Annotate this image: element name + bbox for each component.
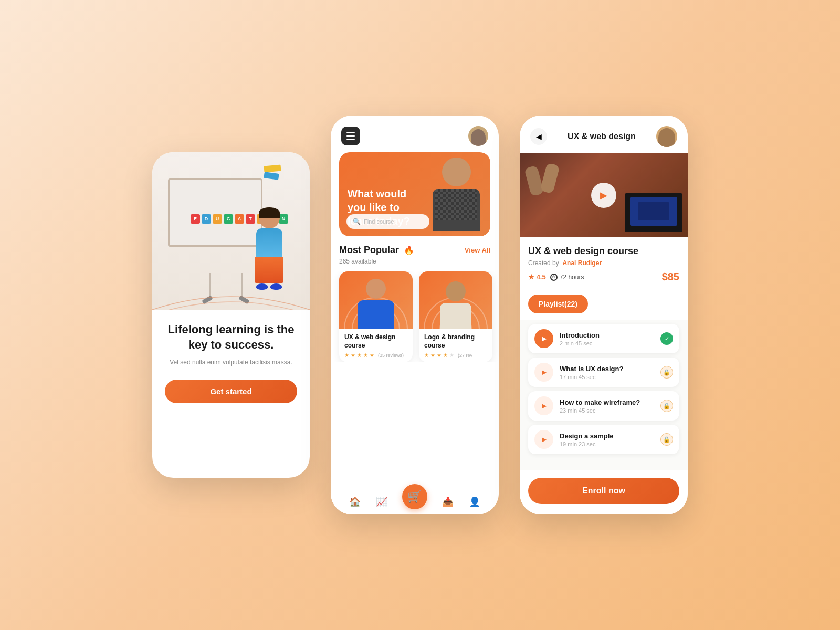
get-started-button[interactable]: Get started <box>165 380 297 403</box>
menu-icon[interactable] <box>341 127 360 145</box>
avatar-body <box>471 129 486 146</box>
created-by: Created by Anal Rudiger <box>528 259 679 267</box>
hero-banner: What would you like to learn today? 🔍 Fi… <box>339 152 490 236</box>
lesson-duration-2: 17 min 45 sec <box>560 374 654 380</box>
edu-block-a: A <box>235 214 244 224</box>
lesson-duration-3: 23 min 45 sec <box>560 407 654 414</box>
lesson-duration-4: 19 min 23 sec <box>560 441 654 447</box>
hours-value: 72 hours <box>560 274 584 281</box>
bottom-nav: 🏠 📈 🛒 📥 👤 <box>331 489 499 514</box>
star-half: ★ <box>370 352 374 358</box>
clock-icon: ⏱ <box>550 274 558 281</box>
lesson-status-2: 🔒 <box>660 366 673 379</box>
hero-head <box>442 158 471 186</box>
menu-line-3 <box>346 139 355 140</box>
cart-icon: 🛒 <box>402 484 427 509</box>
price: $85 <box>662 271 679 283</box>
course-name-logo: Logo & branding course <box>424 333 487 350</box>
stars-row-ux: ★ ★ ★ ★ ★ (35 reviews) <box>344 352 407 358</box>
course-card-ux[interactable]: UX & web design course ★ ★ ★ ★ ★ (35 rev… <box>339 271 413 362</box>
screen3-detail: ◀ UX & web design <box>520 116 688 514</box>
lesson-info-3: How to make wireframe? 23 min 45 sec <box>560 398 654 414</box>
hero-body <box>433 189 480 231</box>
lesson-play-1[interactable]: ▶ <box>534 329 553 348</box>
char-head <box>259 207 280 228</box>
course-main-title: UX & web design course <box>528 246 679 257</box>
view-all-link[interactable]: View All <box>465 246 490 254</box>
avatar-detail-body <box>658 128 675 147</box>
nav-stats[interactable]: 📈 <box>375 495 388 509</box>
play-button[interactable]: ▶ <box>591 183 616 208</box>
lesson-item-4[interactable]: ▶ Design a sample 19 min 23 sec 🔒 <box>528 425 679 454</box>
lesson-play-4[interactable]: ▶ <box>534 430 553 449</box>
cp2-body <box>440 303 471 329</box>
edu-block-e: E <box>191 214 200 224</box>
lesson-title-2: What is UX design? <box>560 365 654 373</box>
arc-decoration <box>152 278 310 310</box>
course-card-img-ux <box>339 271 413 329</box>
screen1-title: Lifelong learning is the key to success. <box>165 322 297 352</box>
lesson-title-1: Introduction <box>560 331 654 339</box>
screen2-header <box>331 116 499 146</box>
courses-row: UX & web design course ★ ★ ★ ★ ★ (35 rev… <box>331 271 499 362</box>
course-person-2 <box>432 277 479 329</box>
star-l1: ★ <box>424 352 429 358</box>
video-overlay[interactable]: ▶ <box>520 153 688 237</box>
lesson-title-3: How to make wireframe? <box>560 398 654 406</box>
char-hair <box>259 207 280 218</box>
section-header: Most Popular 🔥 View All <box>331 245 499 256</box>
enroll-section: Enroll now <box>520 470 688 514</box>
star-1: ★ <box>344 352 349 358</box>
lesson-item-2[interactable]: ▶ What is UX design? 17 min 45 sec 🔒 <box>528 358 679 387</box>
user-avatar[interactable] <box>468 126 488 146</box>
book-yellow <box>264 165 281 173</box>
char-body <box>256 228 282 257</box>
lesson-item-3[interactable]: ▶ How to make wireframe? 23 min 45 sec 🔒 <box>528 391 679 421</box>
nav-profile[interactable]: 👤 <box>468 495 481 509</box>
screens-container: E D U C A T I O N <box>152 116 688 514</box>
fire-icon: 🔥 <box>404 246 414 255</box>
cp1-body <box>358 300 394 329</box>
rating-value: ★ 4.5 <box>528 273 546 281</box>
hero-person <box>422 158 490 236</box>
lesson-play-2[interactable]: ▶ <box>534 363 553 382</box>
stars-row-logo: ★ ★ ★ ★ ★ (27 rev <box>424 352 487 358</box>
playlist-section: Playlist(22) <box>520 288 688 320</box>
back-button[interactable]: ◀ <box>530 128 547 145</box>
search-placeholder: Find course <box>364 218 394 225</box>
screen1-subtitle: Vel sed nulla enim vulputate facilisis m… <box>170 358 292 367</box>
screen1-content: Lifelong learning is the key to success.… <box>152 310 310 478</box>
course-video-thumbnail[interactable]: ▶ <box>520 153 688 237</box>
lesson-duration-1: 2 min 45 sec <box>560 340 654 346</box>
cp2-head <box>446 281 466 301</box>
course-card-info-ux: UX & web design course ★ ★ ★ ★ ★ (35 rev… <box>339 329 413 362</box>
edu-block-u: U <box>213 214 222 224</box>
lesson-title-4: Design a sample <box>560 432 654 440</box>
enroll-button[interactable]: Enroll now <box>528 478 679 504</box>
course-name-ux: UX & web design course <box>344 333 407 350</box>
screen2-home: What would you like to learn today? 🔍 Fi… <box>331 116 499 514</box>
search-icon: 🔍 <box>353 218 361 225</box>
lesson-info-2: What is UX design? 17 min 45 sec <box>560 365 654 380</box>
user-avatar-detail[interactable] <box>656 126 677 147</box>
nav-home[interactable]: 🏠 <box>348 495 362 509</box>
nav-cart[interactable]: 🛒 <box>402 495 427 509</box>
created-by-label: Created by <box>528 259 559 267</box>
reviews-count-logo: (27 rev <box>458 353 472 358</box>
search-bar[interactable]: 🔍 Find course <box>346 214 429 229</box>
lesson-status-4: 🔒 <box>660 433 673 446</box>
lesson-item-1[interactable]: ▶ Introduction 2 min 45 sec ✓ <box>528 324 679 353</box>
lesson-info-4: Design a sample 19 min 23 sec <box>560 432 654 447</box>
star-l2: ★ <box>430 352 435 358</box>
playlist-button[interactable]: Playlist(22) <box>528 295 588 313</box>
menu-line-1 <box>346 132 355 133</box>
creator-name: Anal Rudiger <box>562 259 602 267</box>
nav-download[interactable]: 📥 <box>441 495 455 509</box>
course-card-logo[interactable]: Logo & branding course ★ ★ ★ ★ ★ (27 rev <box>419 271 492 362</box>
lesson-play-3[interactable]: ▶ <box>534 396 553 415</box>
section-title: Most Popular <box>339 245 399 255</box>
star-4: ★ <box>363 352 368 358</box>
course-card-info-logo: Logo & branding course ★ ★ ★ ★ ★ (27 rev <box>419 329 492 362</box>
star-l3: ★ <box>437 352 442 358</box>
profile-icon: 👤 <box>468 495 481 509</box>
